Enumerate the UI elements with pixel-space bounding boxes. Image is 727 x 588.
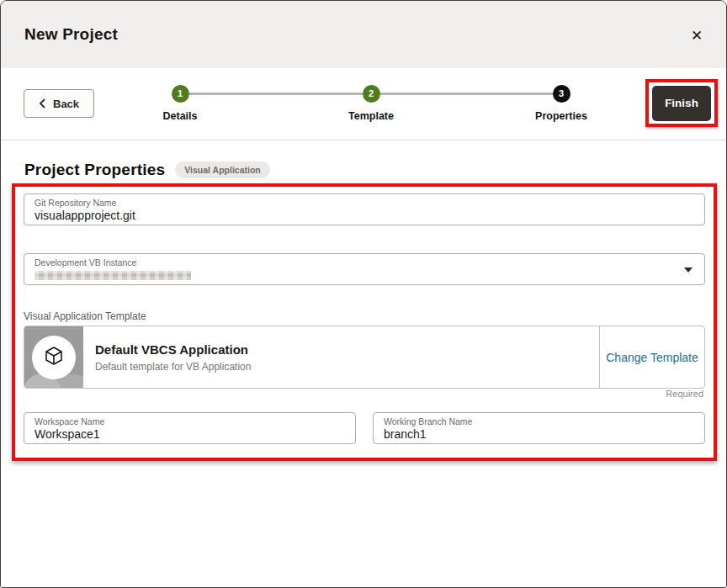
back-button-label: Back (53, 98, 79, 110)
dropdown-caret-icon[interactable] (684, 268, 693, 273)
wizard-step-details[interactable]: 1 Details (130, 68, 231, 122)
step-1-label: Details (130, 110, 231, 122)
template-description: Default template for VB Application (95, 361, 599, 373)
git-repository-name-label: Git Repository Name (34, 198, 694, 209)
working-branch-name-label: Working Branch Name (384, 416, 694, 427)
development-vb-instance-label: Development VB Instance (34, 257, 694, 268)
working-branch-name-value: branch1 (384, 427, 694, 442)
template-icon-circle (32, 336, 76, 379)
working-branch-name-field[interactable]: Working Branch Name branch1 (373, 412, 705, 444)
workspace-name-value: Workspace1 (34, 427, 345, 442)
template-info: Default VBCS Application Default templat… (83, 326, 599, 388)
step-2-label: Template (321, 110, 422, 122)
properties-panel: Project Properties Visual Application Gi… (1, 140, 726, 587)
template-name: Default VBCS Application (95, 342, 599, 357)
workspace-name-field[interactable]: Workspace Name Workspace1 (24, 412, 356, 444)
template-action-area: Change Template (599, 326, 704, 388)
wizard-step-properties[interactable]: 3 Properties (511, 68, 612, 122)
template-section-label: Visual Application Template (24, 310, 146, 322)
template-card: Default VBCS Application Default templat… (24, 326, 705, 389)
step-1-circle: 1 (172, 85, 189, 103)
app-type-badge: Visual Application (175, 162, 269, 178)
dialog-title: New Project (24, 25, 118, 44)
step-3-label: Properties (511, 110, 612, 122)
template-thumbnail (24, 326, 83, 388)
new-project-dialog: New Project ✕ Back 1 Details 2 Template … (0, 0, 727, 588)
close-button[interactable]: ✕ (686, 24, 708, 46)
git-repository-name-field[interactable]: Git Repository Name visualappproject.git (24, 193, 705, 225)
back-button[interactable]: Back (24, 89, 94, 118)
chevron-left-icon (39, 98, 45, 109)
workspace-name-label: Workspace Name (34, 416, 345, 427)
git-repository-name-value: visualappproject.git (34, 209, 694, 223)
required-note: Required (666, 389, 703, 399)
redacted-instance-value (34, 271, 191, 280)
change-template-link[interactable]: Change Template (606, 351, 698, 364)
finish-button[interactable]: Finish (652, 86, 711, 121)
page-title: Project Properties (24, 161, 165, 179)
finish-annotation-rect: Finish (645, 79, 718, 127)
development-vb-instance-select[interactable]: Development VB Instance (24, 253, 705, 285)
step-2-circle: 2 (363, 85, 380, 103)
step-3-circle: 3 (553, 85, 570, 103)
close-icon: ✕ (691, 27, 703, 45)
wizard-step-template[interactable]: 2 Template (321, 68, 422, 122)
dialog-header: New Project ✕ (1, 1, 726, 68)
cube-icon (45, 346, 63, 369)
wizard-bar: Back 1 Details 2 Template 3 Properties F… (1, 68, 726, 140)
